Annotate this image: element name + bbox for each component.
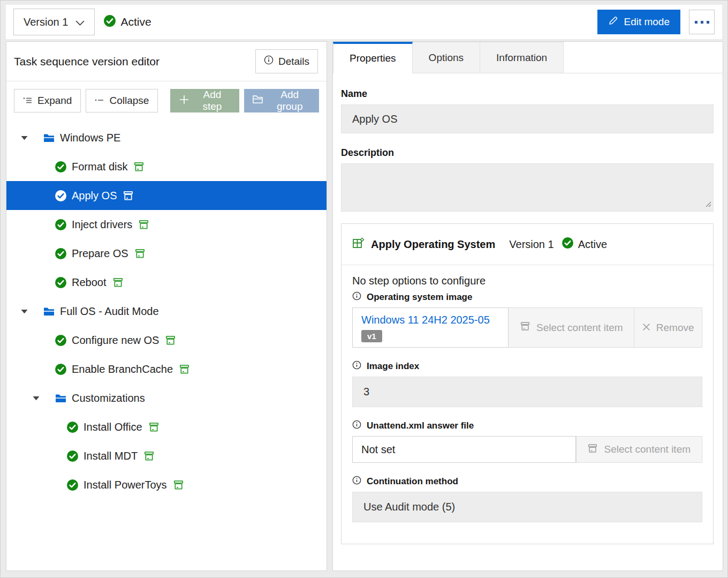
tree-item-label: Full OS - Audit Mode: [60, 305, 159, 318]
pencil-icon: [608, 16, 618, 28]
collapse-all-label: Collapse: [109, 95, 149, 107]
os-image-content-item: Windows 11 24H2 2025-05 v1: [352, 307, 509, 348]
expand-icon: [23, 95, 33, 107]
tab-information[interactable]: Information: [480, 42, 564, 73]
step-type-card-body: No step options to configure Operating s…: [342, 265, 713, 544]
version-dropdown[interactable]: Version 1: [13, 9, 95, 35]
tree-item-label: Inject drivers: [72, 219, 132, 231]
tab-properties[interactable]: Properties: [333, 42, 413, 73]
folder-icon: [43, 133, 55, 143]
os-image-select-content-button[interactable]: Select content item: [509, 307, 634, 348]
image-index-label-row: Image index: [352, 361, 702, 372]
step-box-icon: [112, 277, 124, 288]
content-box-icon: [520, 321, 530, 334]
os-image-row: Windows 11 24H2 2025-05 v1 Select conten…: [352, 307, 702, 348]
tree-step-inject-drivers[interactable]: Inject drivers: [6, 210, 327, 239]
unattend-select-content-label: Select content item: [604, 444, 691, 455]
task-tree: Windows PEFormat diskApply OSInject driv…: [6, 120, 327, 499]
tree-item-label: Reboot: [72, 276, 107, 289]
unattend-label: Unattend.xml answer file: [367, 421, 474, 431]
tree-group-full-os-audit-mode[interactable]: Full OS - Audit Mode: [6, 297, 327, 326]
continuation-field[interactable]: Use Audit mode (5): [352, 492, 702, 522]
tree-group-windows-pe[interactable]: Windows PE: [6, 123, 327, 152]
tab-options[interactable]: Options: [413, 42, 480, 73]
tree-step-install-mdt[interactable]: Install MDT: [6, 441, 327, 470]
check-circle-icon: [103, 14, 116, 30]
edit-mode-button[interactable]: Edit mode: [597, 10, 680, 34]
tree-step-format-disk[interactable]: Format disk: [6, 152, 327, 181]
step-box-icon: [148, 422, 160, 433]
version-badge: v1: [361, 330, 382, 342]
unattend-value: Not set: [361, 444, 395, 456]
task-sequence-panel: Task sequence version editor Details Exp…: [6, 41, 327, 571]
unattend-label-row: Unattend.xml answer file: [352, 420, 702, 431]
add-step-button[interactable]: Add step: [170, 89, 239, 112]
step-box-icon: [173, 479, 184, 491]
expand-all-button[interactable]: Expand: [14, 89, 81, 112]
tree-item-label: Customizations: [72, 392, 145, 404]
expand-all-label: Expand: [37, 95, 72, 107]
os-image-link[interactable]: Windows 11 24H2 2025-05: [361, 314, 490, 326]
check-circle-icon: [66, 450, 79, 462]
chevron-down-icon: [33, 396, 40, 401]
more-actions-button[interactable]: [689, 10, 715, 34]
tree-item-label: Configure new OS: [72, 334, 159, 347]
description-field-label: Description: [341, 147, 714, 159]
tree-step-configure-new-os[interactable]: Configure new OS: [6, 326, 327, 355]
continuation-value: Use Audit mode (5): [363, 501, 455, 513]
description-field[interactable]: [341, 163, 714, 212]
properties-tab-bar: Properties Options Information: [333, 42, 723, 73]
step-box-icon: [165, 335, 176, 346]
tree-item-label: Format disk: [72, 161, 127, 173]
unattend-select-content-button[interactable]: Select content item: [576, 436, 702, 463]
tree-step-enable-branchcache[interactable]: Enable BranchCache: [6, 355, 327, 384]
tree-toolbar: Expand Collapse Add step Add group: [6, 81, 327, 120]
tree-item-label: Prepare OS: [72, 247, 128, 260]
name-field[interactable]: Apply OS: [341, 104, 714, 133]
tree-step-reboot[interactable]: Reboot: [6, 268, 327, 297]
check-circle-icon: [55, 190, 67, 202]
edit-mode-label: Edit mode: [624, 16, 670, 28]
collapse-all-button[interactable]: Collapse: [86, 89, 158, 112]
app-window-icon: [352, 237, 365, 252]
tree-item-label: Apply OS: [72, 190, 117, 202]
step-box-icon: [179, 364, 190, 375]
info-icon: [352, 476, 361, 487]
check-circle-icon: [66, 479, 79, 491]
tree-step-prepare-os[interactable]: Prepare OS: [6, 239, 327, 268]
collapse-icon: [95, 95, 104, 107]
step-type-status-label: Active: [578, 238, 607, 251]
step-type-title: Apply Operating System: [371, 238, 495, 251]
unattend-value-box: Not set: [352, 436, 576, 463]
chevron-down-icon: [21, 309, 28, 314]
name-field-label: Name: [341, 88, 714, 100]
check-circle-icon: [55, 247, 67, 260]
step-box-icon: [143, 451, 155, 462]
plus-icon: [179, 95, 189, 107]
add-group-button[interactable]: Add group: [244, 89, 319, 112]
tree-step-install-powertoys[interactable]: Install PowerToys: [6, 470, 327, 499]
step-type-version: Version 1: [509, 238, 553, 251]
resize-handle-icon[interactable]: [704, 200, 711, 209]
details-button[interactable]: Details: [255, 49, 318, 73]
tree-item-label: Install PowerToys: [84, 479, 167, 491]
info-icon: [352, 361, 361, 372]
image-index-value: 3: [363, 386, 369, 398]
image-index-field[interactable]: 3: [352, 377, 702, 407]
step-type-card-header: Apply Operating System Version 1 Active: [342, 224, 713, 265]
info-icon: [352, 291, 361, 303]
step-properties-panel: Properties Options Information Name Appl…: [332, 41, 723, 571]
tree-step-apply-os[interactable]: Apply OS: [6, 181, 327, 210]
tree-group-customizations[interactable]: Customizations: [6, 384, 327, 412]
tree-item-label: Enable BranchCache: [72, 363, 173, 376]
properties-form: Name Apply OS Description Apply Operatin…: [333, 73, 723, 544]
os-image-remove-label: Remove: [656, 322, 694, 334]
folder-icon: [252, 95, 263, 107]
left-panel-header: Task sequence version editor Details: [6, 42, 327, 81]
description-field-wrap: Description: [341, 147, 714, 214]
check-circle-icon: [55, 334, 67, 347]
image-index-label: Image index: [367, 361, 419, 372]
tree-step-install-office[interactable]: Install Office: [6, 412, 327, 441]
dropdown-chevron-icon: [75, 16, 85, 28]
os-image-remove-button[interactable]: Remove: [634, 307, 702, 348]
